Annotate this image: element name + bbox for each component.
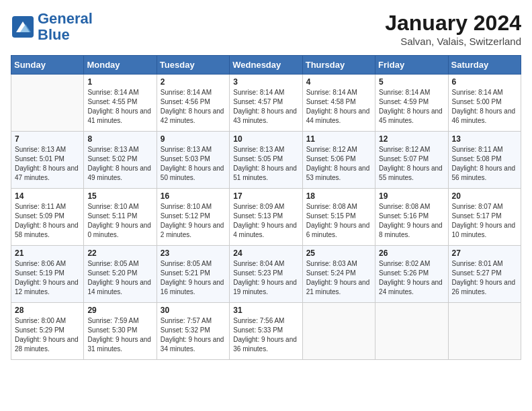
day-cell: 14Sunrise: 8:11 AMSunset: 5:09 PMDayligh… [11,189,84,246]
day-number: 29 [87,306,152,315]
day-number: 9 [161,134,226,144]
day-info: Sunrise: 8:13 AMSunset: 5:05 PMDaylight:… [233,145,298,183]
weekday-header-sunday: Sunday [11,56,84,75]
location: Salvan, Valais, Switzerland [385,36,521,47]
day-cell: 24Sunrise: 8:04 AMSunset: 5:23 PMDayligh… [230,246,302,303]
week-row-4: 21Sunrise: 8:06 AMSunset: 5:19 PMDayligh… [11,246,521,303]
day-cell: 23Sunrise: 8:05 AMSunset: 5:21 PMDayligh… [157,246,229,303]
week-row-2: 7Sunrise: 8:13 AMSunset: 5:01 PMDaylight… [11,132,521,189]
day-cell: 31Sunrise: 7:56 AMSunset: 5:33 PMDayligh… [230,303,302,360]
day-cell: 19Sunrise: 8:08 AMSunset: 5:16 PMDayligh… [375,189,448,246]
calendar-table: SundayMondayTuesdayWednesdayThursdayFrid… [11,55,521,360]
day-cell: 25Sunrise: 8:03 AMSunset: 5:24 PMDayligh… [302,246,375,303]
day-info: Sunrise: 8:11 AMSunset: 5:08 PMDaylight:… [452,145,517,183]
day-number: 17 [233,191,298,201]
day-info: Sunrise: 8:13 AMSunset: 5:03 PMDaylight:… [161,145,226,183]
day-info: Sunrise: 8:14 AMSunset: 4:55 PMDaylight:… [87,88,152,126]
week-row-5: 28Sunrise: 8:00 AMSunset: 5:29 PMDayligh… [11,303,521,360]
day-info: Sunrise: 8:14 AMSunset: 4:59 PMDaylight:… [379,88,444,126]
day-cell: 17Sunrise: 8:09 AMSunset: 5:13 PMDayligh… [230,189,302,246]
day-number: 10 [233,134,298,144]
day-info: Sunrise: 8:07 AMSunset: 5:17 PMDaylight:… [452,202,517,240]
week-row-3: 14Sunrise: 8:11 AMSunset: 5:09 PMDayligh… [11,189,521,246]
day-number: 20 [452,191,517,201]
weekday-header-wednesday: Wednesday [230,56,302,75]
day-info: Sunrise: 8:14 AMSunset: 5:00 PMDaylight:… [452,88,517,126]
page-header: General Blue January 2024 Salvan, Valais… [11,11,521,47]
day-number: 19 [379,191,444,201]
weekday-header-monday: Monday [84,56,157,75]
day-cell: 7Sunrise: 8:13 AMSunset: 5:01 PMDaylight… [11,132,84,189]
day-cell: 16Sunrise: 8:10 AMSunset: 5:12 PMDayligh… [157,189,229,246]
day-info: Sunrise: 8:10 AMSunset: 5:12 PMDaylight:… [161,202,226,240]
day-cell: 4Sunrise: 8:14 AMSunset: 4:58 PMDaylight… [302,75,375,132]
weekday-header-saturday: Saturday [448,56,521,75]
day-cell: 21Sunrise: 8:06 AMSunset: 5:19 PMDayligh… [11,246,84,303]
day-info: Sunrise: 8:05 AMSunset: 5:20 PMDaylight:… [87,259,152,297]
day-info: Sunrise: 8:12 AMSunset: 5:07 PMDaylight:… [379,145,444,183]
day-number: 6 [452,77,517,87]
day-info: Sunrise: 8:14 AMSunset: 4:57 PMDaylight:… [233,88,298,126]
day-info: Sunrise: 8:09 AMSunset: 5:13 PMDaylight:… [233,202,298,240]
logo-text: General Blue [38,11,93,43]
day-cell: 6Sunrise: 8:14 AMSunset: 5:00 PMDaylight… [448,75,521,132]
day-cell: 1Sunrise: 8:14 AMSunset: 4:55 PMDaylight… [84,75,157,132]
weekday-header-friday: Friday [375,56,448,75]
weekday-header-row: SundayMondayTuesdayWednesdayThursdayFrid… [11,56,521,75]
day-info: Sunrise: 8:14 AMSunset: 4:56 PMDaylight:… [161,88,226,126]
day-number: 30 [161,306,226,315]
day-number: 22 [87,248,152,258]
day-info: Sunrise: 8:06 AMSunset: 5:19 PMDaylight:… [15,259,80,297]
day-info: Sunrise: 8:13 AMSunset: 5:01 PMDaylight:… [15,145,80,183]
day-info: Sunrise: 8:14 AMSunset: 4:58 PMDaylight:… [306,88,371,126]
day-info: Sunrise: 8:01 AMSunset: 5:27 PMDaylight:… [452,259,517,297]
day-info: Sunrise: 8:00 AMSunset: 5:29 PMDaylight:… [15,316,80,354]
day-number: 8 [87,134,152,144]
day-cell [375,303,448,360]
day-cell: 27Sunrise: 8:01 AMSunset: 5:27 PMDayligh… [448,246,521,303]
day-number: 28 [15,306,80,315]
day-cell: 28Sunrise: 8:00 AMSunset: 5:29 PMDayligh… [11,303,84,360]
day-number: 13 [452,134,517,144]
day-info: Sunrise: 7:57 AMSunset: 5:32 PMDaylight:… [161,316,226,354]
day-number: 7 [15,134,80,144]
day-cell: 15Sunrise: 8:10 AMSunset: 5:11 PMDayligh… [84,189,157,246]
day-info: Sunrise: 8:13 AMSunset: 5:02 PMDaylight:… [87,145,152,183]
day-info: Sunrise: 7:59 AMSunset: 5:30 PMDaylight:… [87,316,152,354]
day-info: Sunrise: 7:56 AMSunset: 5:33 PMDaylight:… [233,316,298,354]
day-info: Sunrise: 8:08 AMSunset: 5:16 PMDaylight:… [379,202,444,240]
month-title: January 2024 [385,11,521,36]
day-number: 2 [161,77,226,87]
day-number: 4 [306,77,371,87]
day-number: 31 [233,306,298,315]
day-info: Sunrise: 8:08 AMSunset: 5:15 PMDaylight:… [306,202,371,240]
day-cell: 11Sunrise: 8:12 AMSunset: 5:06 PMDayligh… [302,132,375,189]
day-number: 26 [379,248,444,258]
day-cell: 20Sunrise: 8:07 AMSunset: 5:17 PMDayligh… [448,189,521,246]
day-number: 12 [379,134,444,144]
logo: General Blue [11,11,93,43]
day-cell [11,75,84,132]
day-cell: 18Sunrise: 8:08 AMSunset: 5:15 PMDayligh… [302,189,375,246]
day-cell: 12Sunrise: 8:12 AMSunset: 5:07 PMDayligh… [375,132,448,189]
day-number: 14 [15,191,80,201]
day-cell: 26Sunrise: 8:02 AMSunset: 5:26 PMDayligh… [375,246,448,303]
day-number: 16 [161,191,226,201]
day-cell: 9Sunrise: 8:13 AMSunset: 5:03 PMDaylight… [157,132,229,189]
day-cell: 5Sunrise: 8:14 AMSunset: 4:59 PMDaylight… [375,75,448,132]
title-block: January 2024 Salvan, Valais, Switzerland [385,11,521,47]
day-number: 18 [306,191,371,201]
day-number: 1 [87,77,152,87]
day-cell: 3Sunrise: 8:14 AMSunset: 4:57 PMDaylight… [230,75,302,132]
day-cell: 13Sunrise: 8:11 AMSunset: 5:08 PMDayligh… [448,132,521,189]
day-info: Sunrise: 8:10 AMSunset: 5:11 PMDaylight:… [87,202,152,240]
day-number: 11 [306,134,371,144]
day-info: Sunrise: 8:12 AMSunset: 5:06 PMDaylight:… [306,145,371,183]
day-info: Sunrise: 8:03 AMSunset: 5:24 PMDaylight:… [306,259,371,297]
day-cell: 8Sunrise: 8:13 AMSunset: 5:02 PMDaylight… [84,132,157,189]
day-number: 21 [15,248,80,258]
day-cell: 22Sunrise: 8:05 AMSunset: 5:20 PMDayligh… [84,246,157,303]
day-cell [302,303,375,360]
day-number: 27 [452,248,517,258]
day-number: 5 [379,77,444,87]
